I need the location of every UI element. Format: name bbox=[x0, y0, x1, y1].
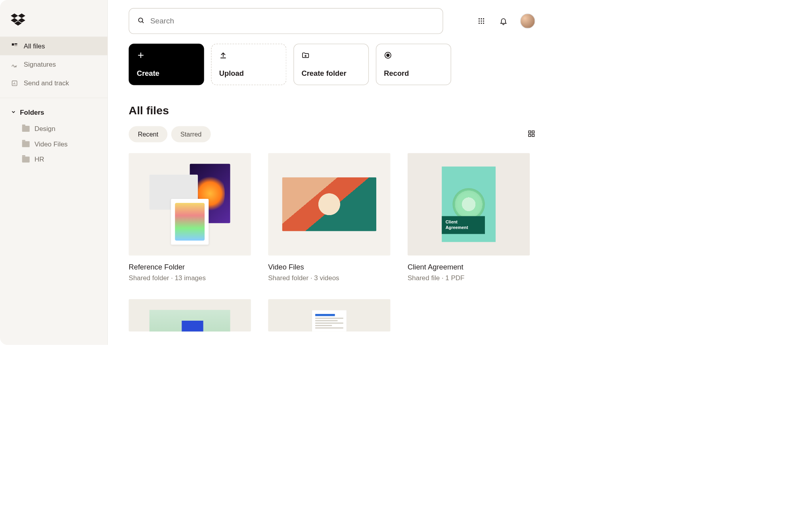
file-card-partial-2[interactable] bbox=[268, 299, 390, 331]
sidebar-item-label: All files bbox=[24, 42, 45, 50]
dropbox-logo[interactable] bbox=[0, 8, 107, 37]
svg-point-18 bbox=[481, 23, 482, 24]
svg-point-16 bbox=[483, 20, 484, 21]
svg-line-10 bbox=[142, 21, 144, 23]
svg-point-9 bbox=[138, 18, 142, 22]
filter-starred[interactable]: Starred bbox=[171, 126, 211, 142]
signature-icon bbox=[11, 61, 18, 68]
sidebar-item-all-files[interactable]: All files bbox=[0, 37, 107, 55]
svg-point-14 bbox=[479, 20, 480, 21]
record-button[interactable]: Record bbox=[376, 44, 451, 85]
file-thumbnail bbox=[268, 153, 390, 256]
svg-point-15 bbox=[481, 20, 482, 21]
file-subtitle: Shared folder · 13 images bbox=[129, 274, 251, 282]
svg-rect-30 bbox=[532, 134, 534, 137]
folder-item-hr[interactable]: HR bbox=[0, 152, 107, 167]
svg-point-11 bbox=[479, 18, 480, 19]
svg-point-13 bbox=[483, 18, 484, 19]
create-folder-button[interactable]: Create folder bbox=[293, 44, 369, 85]
file-subtitle: Shared folder · 3 videos bbox=[268, 274, 390, 282]
folders-header-label: Folders bbox=[20, 108, 44, 116]
action-label: Upload bbox=[219, 69, 278, 78]
file-card-partial-1[interactable] bbox=[129, 299, 251, 331]
svg-rect-6 bbox=[15, 43, 17, 44]
folder-item-video-files[interactable]: Video Files bbox=[0, 137, 107, 152]
file-subtitle: Shared file · 1 PDF bbox=[408, 274, 530, 282]
avatar[interactable] bbox=[520, 13, 535, 29]
main-content: Create Upload Create folder Record bbox=[108, 0, 552, 345]
chevron-down-icon bbox=[11, 108, 16, 116]
create-button[interactable]: Create bbox=[129, 44, 204, 85]
sidebar-divider bbox=[0, 98, 107, 98]
svg-point-26 bbox=[387, 54, 389, 57]
action-row: Create Upload Create folder Record bbox=[129, 44, 535, 85]
grid-view-icon[interactable] bbox=[528, 130, 535, 139]
upload-button[interactable]: Upload bbox=[211, 44, 286, 85]
file-thumbnail bbox=[129, 299, 251, 331]
sidebar-item-label: Signatures bbox=[24, 61, 56, 69]
folder-item-design[interactable]: Design bbox=[0, 121, 107, 137]
sidebar: All files Signatures Send and track Fold… bbox=[0, 0, 108, 345]
svg-rect-27 bbox=[529, 131, 531, 133]
file-card-client-agreement[interactable]: Client Agreement Client Agreement Shared… bbox=[408, 153, 530, 282]
svg-point-12 bbox=[481, 18, 482, 19]
file-thumbnail bbox=[129, 153, 251, 256]
page-title: All files bbox=[129, 104, 535, 117]
svg-marker-0 bbox=[11, 13, 18, 18]
file-title: Video Files bbox=[268, 263, 390, 271]
folders-header[interactable]: Folders bbox=[0, 104, 107, 121]
folder-label: Video Files bbox=[34, 140, 68, 148]
file-card-reference-folder[interactable]: Reference Folder Shared folder · 13 imag… bbox=[129, 153, 251, 282]
svg-marker-1 bbox=[18, 13, 25, 18]
svg-point-19 bbox=[483, 23, 484, 24]
folder-icon bbox=[22, 141, 30, 147]
sidebar-item-label: Send and track bbox=[24, 79, 69, 87]
folder-icon bbox=[22, 126, 30, 132]
analytics-icon bbox=[11, 79, 18, 87]
filter-row: Recent Starred bbox=[129, 126, 535, 142]
action-label: Create bbox=[137, 69, 196, 78]
apps-grid-icon[interactable] bbox=[476, 15, 486, 26]
file-grid: Reference Folder Shared folder · 13 imag… bbox=[129, 153, 535, 331]
svg-rect-7 bbox=[15, 45, 17, 46]
search-icon bbox=[137, 17, 145, 25]
action-label: Record bbox=[384, 69, 443, 78]
filter-recent[interactable]: Recent bbox=[129, 126, 168, 142]
record-icon bbox=[384, 51, 393, 60]
sidebar-item-signatures[interactable]: Signatures bbox=[0, 55, 107, 74]
sidebar-item-send-track[interactable]: Send and track bbox=[0, 74, 107, 92]
svg-rect-5 bbox=[12, 43, 14, 45]
folder-label: HR bbox=[34, 156, 44, 164]
svg-rect-28 bbox=[532, 131, 534, 133]
action-label: Create folder bbox=[301, 69, 360, 78]
folder-label: Design bbox=[34, 125, 56, 133]
svg-point-17 bbox=[479, 23, 480, 24]
search-input[interactable] bbox=[150, 17, 435, 25]
folder-icon bbox=[22, 156, 30, 162]
file-card-video-files[interactable]: Video Files Shared folder · 3 videos bbox=[268, 153, 390, 282]
topbar bbox=[129, 8, 535, 34]
search-bar[interactable] bbox=[129, 8, 443, 34]
upload-icon bbox=[219, 51, 228, 60]
folder-plus-icon bbox=[301, 51, 310, 60]
file-thumbnail bbox=[268, 299, 390, 331]
pdf-cover-label: Client Agreement bbox=[442, 216, 485, 234]
file-title: Reference Folder bbox=[129, 263, 251, 271]
plus-icon bbox=[137, 51, 146, 60]
svg-rect-29 bbox=[529, 134, 531, 137]
file-thumbnail: Client Agreement bbox=[408, 153, 530, 256]
file-title: Client Agreement bbox=[408, 263, 530, 271]
files-icon bbox=[11, 42, 18, 50]
bell-icon[interactable] bbox=[498, 15, 509, 26]
